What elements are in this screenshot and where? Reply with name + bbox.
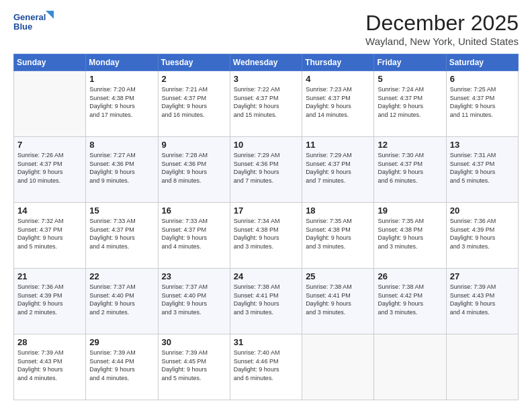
week-row-1: 1Sunrise: 7:20 AM Sunset: 4:38 PM Daylig… — [14, 71, 519, 137]
day-number: 13 — [450, 140, 515, 150]
day-info: Sunrise: 7:35 AM Sunset: 4:38 PM Dayligh… — [306, 217, 370, 250]
day-cell: 10Sunrise: 7:29 AM Sunset: 4:36 PM Dayli… — [230, 137, 302, 203]
header: General Blue December 2025 Wayland, New … — [13, 11, 519, 47]
day-number: 25 — [306, 271, 370, 281]
header-thursday: Thursday — [302, 54, 374, 71]
day-cell: 4Sunrise: 7:23 AM Sunset: 4:37 PM Daylig… — [302, 71, 374, 137]
day-info: Sunrise: 7:26 AM Sunset: 4:37 PM Dayligh… — [17, 151, 82, 185]
day-cell: 12Sunrise: 7:30 AM Sunset: 4:37 PM Dayli… — [374, 137, 446, 203]
day-info: Sunrise: 7:39 AM Sunset: 4:43 PM Dayligh… — [17, 349, 82, 382]
day-cell: 16Sunrise: 7:33 AM Sunset: 4:37 PM Dayli… — [158, 203, 230, 269]
header-sunday: Sunday — [14, 54, 86, 71]
day-number: 11 — [306, 140, 370, 150]
day-info: Sunrise: 7:23 AM Sunset: 4:37 PM Dayligh… — [306, 85, 370, 119]
header-saturday: Saturday — [446, 54, 518, 71]
day-cell: 2Sunrise: 7:21 AM Sunset: 4:37 PM Daylig… — [158, 71, 230, 137]
logo-svg: General Blue — [13, 11, 54, 35]
day-info: Sunrise: 7:40 AM Sunset: 4:46 PM Dayligh… — [234, 349, 298, 382]
day-info: Sunrise: 7:38 AM Sunset: 4:41 PM Dayligh… — [306, 283, 370, 316]
logo: General Blue — [13, 11, 54, 35]
day-cell: 20Sunrise: 7:36 AM Sunset: 4:39 PM Dayli… — [446, 203, 518, 269]
day-info: Sunrise: 7:30 AM Sunset: 4:37 PM Dayligh… — [378, 151, 442, 185]
day-cell: 21Sunrise: 7:36 AM Sunset: 4:39 PM Dayli… — [14, 269, 86, 334]
day-cell: 29Sunrise: 7:39 AM Sunset: 4:44 PM Dayli… — [86, 334, 158, 400]
day-info: Sunrise: 7:31 AM Sunset: 4:37 PM Dayligh… — [450, 151, 515, 185]
day-info: Sunrise: 7:38 AM Sunset: 4:42 PM Dayligh… — [378, 283, 442, 316]
day-cell: 30Sunrise: 7:39 AM Sunset: 4:45 PM Dayli… — [158, 334, 230, 400]
day-number: 28 — [17, 337, 82, 347]
day-cell: 13Sunrise: 7:31 AM Sunset: 4:37 PM Dayli… — [446, 137, 518, 203]
day-info: Sunrise: 7:32 AM Sunset: 4:37 PM Dayligh… — [17, 217, 82, 250]
day-number: 12 — [378, 140, 442, 150]
day-info: Sunrise: 7:28 AM Sunset: 4:36 PM Dayligh… — [162, 151, 226, 185]
day-number: 30 — [162, 337, 226, 347]
day-cell: 1Sunrise: 7:20 AM Sunset: 4:38 PM Daylig… — [86, 71, 158, 137]
day-cell: 6Sunrise: 7:25 AM Sunset: 4:37 PM Daylig… — [446, 71, 518, 137]
day-info: Sunrise: 7:38 AM Sunset: 4:41 PM Dayligh… — [234, 283, 298, 316]
day-info: Sunrise: 7:35 AM Sunset: 4:38 PM Dayligh… — [378, 217, 442, 250]
day-info: Sunrise: 7:29 AM Sunset: 4:36 PM Dayligh… — [234, 151, 298, 185]
week-row-5: 28Sunrise: 7:39 AM Sunset: 4:43 PM Dayli… — [14, 334, 519, 400]
calendar-title: December 2025 — [365, 11, 519, 36]
svg-text:Blue: Blue — [13, 21, 32, 32]
day-number: 6 — [450, 74, 515, 84]
day-info: Sunrise: 7:21 AM Sunset: 4:37 PM Dayligh… — [162, 85, 226, 119]
day-cell — [374, 334, 446, 400]
day-number: 24 — [234, 271, 298, 281]
day-cell: 8Sunrise: 7:27 AM Sunset: 4:36 PM Daylig… — [86, 137, 158, 203]
week-row-3: 14Sunrise: 7:32 AM Sunset: 4:37 PM Dayli… — [14, 203, 519, 269]
day-cell: 7Sunrise: 7:26 AM Sunset: 4:37 PM Daylig… — [14, 137, 86, 203]
day-number: 22 — [89, 271, 154, 281]
day-cell: 24Sunrise: 7:38 AM Sunset: 4:41 PM Dayli… — [230, 269, 302, 334]
day-info: Sunrise: 7:22 AM Sunset: 4:37 PM Dayligh… — [234, 85, 298, 119]
header-friday: Friday — [374, 54, 446, 71]
day-cell: 17Sunrise: 7:34 AM Sunset: 4:38 PM Dayli… — [230, 203, 302, 269]
day-info: Sunrise: 7:24 AM Sunset: 4:37 PM Dayligh… — [378, 85, 442, 119]
calendar-page: General Blue December 2025 Wayland, New … — [0, 0, 532, 411]
day-cell: 11Sunrise: 7:29 AM Sunset: 4:37 PM Dayli… — [302, 137, 374, 203]
day-number: 2 — [162, 74, 226, 84]
header-monday: Monday — [86, 54, 158, 71]
day-cell: 23Sunrise: 7:37 AM Sunset: 4:40 PM Dayli… — [158, 269, 230, 334]
day-cell — [14, 71, 86, 137]
day-cell: 5Sunrise: 7:24 AM Sunset: 4:37 PM Daylig… — [374, 71, 446, 137]
day-info: Sunrise: 7:20 AM Sunset: 4:38 PM Dayligh… — [89, 85, 154, 119]
day-number: 10 — [234, 140, 298, 150]
day-cell: 25Sunrise: 7:38 AM Sunset: 4:41 PM Dayli… — [302, 269, 374, 334]
day-number: 29 — [89, 337, 154, 347]
day-info: Sunrise: 7:36 AM Sunset: 4:39 PM Dayligh… — [17, 283, 82, 316]
day-number: 1 — [89, 74, 154, 84]
day-info: Sunrise: 7:27 AM Sunset: 4:36 PM Dayligh… — [89, 151, 154, 185]
svg-text:General: General — [13, 12, 46, 22]
day-number: 15 — [89, 205, 154, 216]
header-row: SundayMondayTuesdayWednesdayThursdayFrid… — [14, 54, 519, 71]
day-number: 14 — [17, 205, 82, 216]
title-area: December 2025 Wayland, New York, United … — [365, 11, 519, 47]
day-cell: 19Sunrise: 7:35 AM Sunset: 4:38 PM Dayli… — [374, 203, 446, 269]
week-row-2: 7Sunrise: 7:26 AM Sunset: 4:37 PM Daylig… — [14, 137, 519, 203]
day-number: 8 — [89, 140, 154, 150]
day-number: 9 — [162, 140, 226, 150]
day-cell: 22Sunrise: 7:37 AM Sunset: 4:40 PM Dayli… — [86, 269, 158, 334]
day-number: 26 — [378, 271, 442, 281]
day-cell: 9Sunrise: 7:28 AM Sunset: 4:36 PM Daylig… — [158, 137, 230, 203]
day-number: 18 — [306, 205, 370, 216]
day-info: Sunrise: 7:34 AM Sunset: 4:38 PM Dayligh… — [234, 217, 298, 250]
day-info: Sunrise: 7:33 AM Sunset: 4:37 PM Dayligh… — [89, 217, 154, 250]
day-number: 21 — [17, 271, 82, 281]
day-number: 27 — [450, 271, 515, 281]
day-cell: 3Sunrise: 7:22 AM Sunset: 4:37 PM Daylig… — [230, 71, 302, 137]
day-info: Sunrise: 7:33 AM Sunset: 4:37 PM Dayligh… — [162, 217, 226, 250]
day-info: Sunrise: 7:39 AM Sunset: 4:43 PM Dayligh… — [450, 283, 515, 316]
day-info: Sunrise: 7:25 AM Sunset: 4:37 PM Dayligh… — [450, 85, 515, 119]
day-cell: 18Sunrise: 7:35 AM Sunset: 4:38 PM Dayli… — [302, 203, 374, 269]
day-info: Sunrise: 7:37 AM Sunset: 4:40 PM Dayligh… — [162, 283, 226, 316]
day-number: 20 — [450, 205, 515, 216]
day-info: Sunrise: 7:39 AM Sunset: 4:44 PM Dayligh… — [89, 349, 154, 382]
day-number: 19 — [378, 205, 442, 216]
day-cell: 15Sunrise: 7:33 AM Sunset: 4:37 PM Dayli… — [86, 203, 158, 269]
day-info: Sunrise: 7:36 AM Sunset: 4:39 PM Dayligh… — [450, 217, 515, 250]
day-info: Sunrise: 7:37 AM Sunset: 4:40 PM Dayligh… — [89, 283, 154, 316]
day-info: Sunrise: 7:29 AM Sunset: 4:37 PM Dayligh… — [306, 151, 370, 185]
day-cell: 26Sunrise: 7:38 AM Sunset: 4:42 PM Dayli… — [374, 269, 446, 334]
